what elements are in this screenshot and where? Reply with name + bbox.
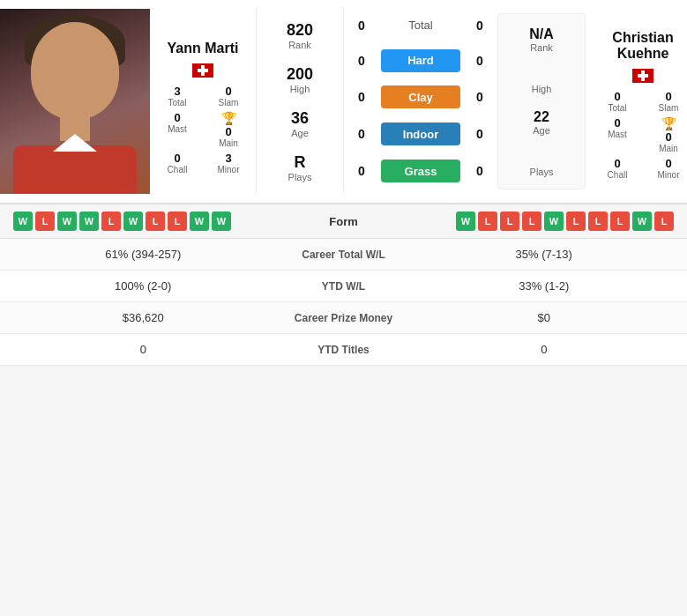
p2-slam-value: 0 <box>646 90 687 103</box>
p1-chall-val: 0 Chall <box>154 152 200 174</box>
p1-rank-label: Rank <box>287 40 313 50</box>
p2-minor-value: 0 <box>646 157 687 170</box>
hard-row: 0 Hard 0 <box>353 49 489 72</box>
p2-indoor-score: 0 <box>471 127 489 141</box>
player1-middle-stats: 820 Rank 200 High 36 Age R Plays <box>256 9 344 194</box>
player1-photo <box>0 9 150 194</box>
p2-mast-value: 0 <box>594 116 640 130</box>
p1-form-badge-w: W <box>190 212 209 231</box>
p2-chall-val: 0 Chall <box>594 157 640 180</box>
p2-slam-val: 0 Slam <box>646 90 687 113</box>
p2-mast-val: 0 Mast <box>594 116 640 153</box>
p1-rank-stat: 820 Rank <box>287 21 313 50</box>
player2-info: Christian Kuehne 0 Total 0 Slam 0 Mast <box>590 9 687 194</box>
p2-age-value: 22 <box>533 109 550 125</box>
p1-form-badge-l: L <box>101 212 121 231</box>
p1-mast-label: Mast <box>154 124 200 134</box>
p2-mast-label: Mast <box>594 130 640 139</box>
p2-grass-score: 0 <box>471 164 489 178</box>
p2-hard-score: 0 <box>471 54 489 68</box>
p2-form-badge-w: W <box>544 212 564 231</box>
p2-age-label: Age <box>533 125 550 136</box>
clay-badge: Clay <box>381 85 460 108</box>
p1-form-badge-w: W <box>13 212 33 231</box>
total-row: 0 Total 0 <box>353 19 489 33</box>
p1-total-val: 3 Total <box>154 85 200 108</box>
player2-header: Christian Kuehne <box>594 23 687 90</box>
p2-plays-label: Plays <box>530 167 554 177</box>
career-wl-row: 61% (394-257) Career Total W/L 35% (7-13… <box>0 239 687 271</box>
p1-slam-value: 0 <box>205 85 251 98</box>
p2-form-badge-l: L <box>610 212 630 231</box>
p2-main-value: 0 <box>665 130 671 144</box>
main-container: Yann Marti 3 Total 0 Slam 0 Mast <box>0 0 687 366</box>
p2-form-badge-l: L <box>500 212 519 231</box>
p2-minor-label: Minor <box>646 170 687 180</box>
p2-ytd-wl: 33% (1-2) <box>414 279 675 293</box>
p1-form-badge-w: W <box>123 212 143 231</box>
p2-career-wl: 35% (7-13) <box>414 248 675 261</box>
p1-prize: $36,620 <box>13 311 273 324</box>
p1-main-label: Main <box>219 138 238 148</box>
p1-chall-label: Chall <box>154 165 200 174</box>
p1-high-stat: 200 High <box>287 65 313 94</box>
p2-total-score: 0 <box>471 19 489 33</box>
ytd-wl-label: YTD W/L <box>273 280 414 293</box>
p1-mast-val: 0 Mast <box>154 111 200 148</box>
grass-badge: Grass <box>381 160 460 182</box>
bottom-section: WLWWLWLLWW Form WLLLWLLLWL 61% (394-257)… <box>0 204 687 366</box>
p2-trophy-icon: 🏆 <box>661 116 676 130</box>
p1-total-label: Total <box>154 98 200 108</box>
p1-form-badge-w: W <box>212 212 231 231</box>
player1-stats: 3 Total 0 Slam 0 Mast 🏆 0 Main 0 <box>154 85 251 174</box>
p2-slam-label: Slam <box>646 103 687 113</box>
p2-form-badge-w: W <box>632 212 652 231</box>
player1-form-badges: WLWWLWLLWW <box>13 212 273 231</box>
form-center-label: Form <box>273 215 414 228</box>
clay-row: 0 Clay 0 <box>353 85 489 108</box>
p2-age-stat: 22 Age <box>533 109 550 136</box>
p1-titles: 0 <box>13 343 273 356</box>
p2-form-badge-w: W <box>456 212 475 231</box>
p1-form-badge-l: L <box>146 212 165 231</box>
p2-minor-val: 0 Minor <box>646 157 687 180</box>
p2-total-val: 0 Total <box>594 90 640 113</box>
player1-header: Yann Marti <box>163 33 243 85</box>
p1-form-badge-w: W <box>79 212 99 231</box>
titles-label: YTD Titles <box>273 344 414 356</box>
p1-mast-value: 0 <box>154 111 200 124</box>
p2-form-badge-l: L <box>478 212 497 231</box>
p2-rank-value: N/A <box>529 26 554 42</box>
p2-rank-stat: N/A Rank <box>529 26 554 53</box>
total-label: Total <box>381 19 460 32</box>
p2-high-label: High <box>532 84 552 94</box>
p2-high-value <box>532 68 552 84</box>
player2-stats: 0 Total 0 Slam 0 Mast 🏆 0 Main 0 <box>594 90 687 180</box>
p1-clay-score: 0 <box>353 90 370 104</box>
p2-chall-label: Chall <box>594 170 640 180</box>
p2-rank-label: Rank <box>529 42 554 53</box>
top-section: Yann Marti 3 Total 0 Slam 0 Mast <box>0 0 687 204</box>
p1-minor-value: 3 <box>205 152 251 165</box>
p1-rank-value: 820 <box>287 21 313 40</box>
p1-main-value: 0 <box>225 125 231 138</box>
player2-flag <box>599 65 687 86</box>
prize-label: Career Prize Money <box>273 312 414 324</box>
p1-total-score: 0 <box>353 19 370 33</box>
p1-age-stat: 36 Age <box>291 109 309 138</box>
p2-trophy: 🏆 0 Main <box>646 116 687 153</box>
player1-flag <box>168 60 239 81</box>
p1-minor-val: 3 Minor <box>205 152 251 174</box>
form-row: WLWWLWLLWW Form WLLLWLLLWL <box>0 204 687 239</box>
p1-hard-score: 0 <box>353 54 370 68</box>
p1-form-badge-l: L <box>35 212 55 231</box>
p2-plays-stat: Plays <box>530 151 554 177</box>
indoor-row: 0 Indoor 0 <box>353 122 489 145</box>
p1-grass-score: 0 <box>353 164 370 178</box>
p1-age-value: 36 <box>291 109 309 128</box>
player2-name: Christian Kuehne <box>599 30 687 62</box>
p1-indoor-score: 0 <box>353 127 370 141</box>
p2-chall-value: 0 <box>594 157 640 170</box>
p1-trophy-icon: 🏆 <box>221 111 236 125</box>
p1-high-label: High <box>287 84 313 94</box>
